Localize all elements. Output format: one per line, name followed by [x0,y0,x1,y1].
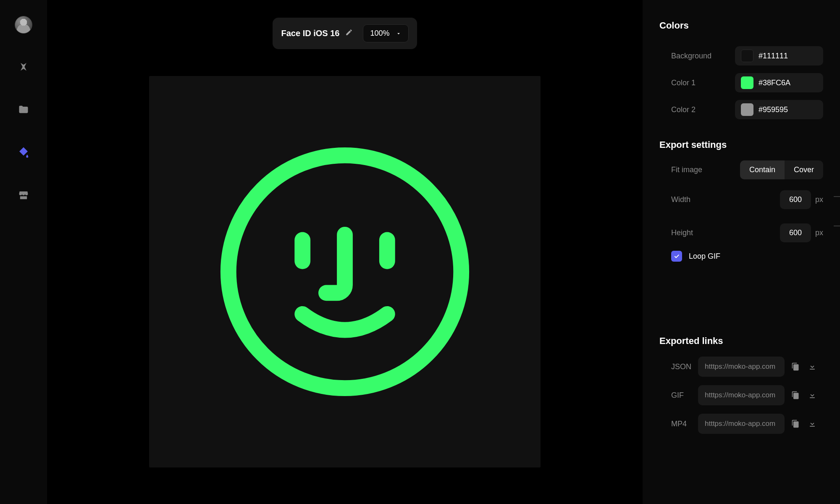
loop-checkbox[interactable] [671,251,682,262]
avatar[interactable] [15,16,32,34]
link-label: MP4 [659,420,693,428]
color-label: Background [659,52,711,60]
swatch [741,50,753,62]
color-hex: #38FC6A [759,79,790,87]
link-label: GIF [659,391,693,400]
chevron-down-icon [396,31,402,37]
links-list: JSON htttps://moko-app.com GIF htttps://… [659,357,823,434]
height-row: Height 600 px [659,223,823,242]
folder-icon[interactable] [17,103,30,116]
download-icon[interactable] [806,418,818,430]
main-area: Face ID iOS 16 100% [47,0,643,504]
color-row-background: Background #111111 [659,46,823,66]
export-section: Export settings Fit image Contain Cover … [659,139,823,262]
export-heading: Export settings [659,139,823,150]
download-icon[interactable] [806,389,818,401]
lock-bracket [834,196,840,226]
title-group: Face ID iOS 16 [281,29,353,38]
project-title: Face ID iOS 16 [281,29,339,38]
loop-row: Loop GIF [659,251,823,262]
color-input-2[interactable]: #959595 [735,100,823,119]
nav-icons [17,60,30,202]
color-input-background[interactable]: #111111 [735,46,823,66]
width-unit: px [815,195,823,204]
sidebar [0,0,47,504]
canvas[interactable] [149,76,541,467]
face-id-graphic [213,139,477,404]
copy-icon[interactable] [790,389,801,401]
right-panel: Colors Background #111111 Color 1 #38FC6… [643,0,840,504]
toolbar: Face ID iOS 16 100% [273,18,417,49]
copy-icon[interactable] [790,361,801,373]
pencil-icon[interactable] [345,29,353,38]
link-row-gif: GIF htttps://moko-app.com [659,385,823,405]
swatch [741,76,753,89]
link-row-json: JSON htttps://moko-app.com [659,357,823,377]
link-label: JSON [659,362,693,371]
fit-row: Fit image Contain Cover [659,160,823,179]
color-row-2: Color 2 #959595 [659,100,823,119]
svg-rect-1 [294,232,310,269]
color-row-1: Color 1 #38FC6A [659,73,823,92]
link-row-mp4: MP4 htttps://moko-app.com [659,414,823,434]
loop-label: Loop GIF [689,252,720,261]
svg-rect-2 [379,232,395,269]
link-url-json[interactable]: htttps://moko-app.com [698,357,785,377]
paint-bucket-icon[interactable] [17,146,30,159]
fit-contain-button[interactable]: Contain [740,160,785,179]
links-heading: Exported links [659,336,823,346]
color-label: Color 1 [659,79,696,87]
dimensions-group: Width 600 px Height 600 px [659,190,823,242]
logo-icon[interactable] [17,60,30,73]
swatch [741,103,753,116]
color-hex: #959595 [759,105,788,114]
color-hex: #111111 [759,52,788,60]
link-url-gif[interactable]: htttps://moko-app.com [698,385,785,405]
colors-heading: Colors [659,20,823,31]
fit-segmented: Contain Cover [740,160,823,179]
height-unit: px [815,228,823,237]
zoom-select[interactable]: 100% [363,24,408,42]
copy-icon[interactable] [790,418,801,430]
width-input[interactable]: 600 [780,190,811,209]
zoom-value: 100% [370,29,389,38]
color-input-1[interactable]: #38FC6A [735,73,823,92]
color-label: Color 2 [659,105,696,114]
width-row: Width 600 px [659,190,823,209]
fit-label: Fit image [659,165,702,174]
store-icon[interactable] [17,189,30,202]
links-section: Exported links JSON htttps://moko-app.co… [659,336,823,442]
height-input[interactable]: 600 [780,223,811,242]
fit-cover-button[interactable]: Cover [785,160,823,179]
width-label: Width [659,195,690,204]
download-icon[interactable] [806,361,818,373]
link-url-mp4[interactable]: htttps://moko-app.com [698,414,785,434]
height-label: Height [659,228,693,237]
